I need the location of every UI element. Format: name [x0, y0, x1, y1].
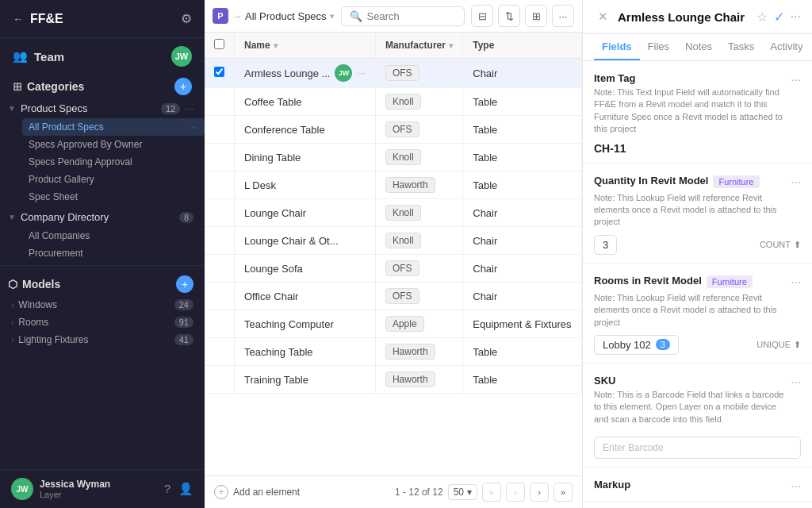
sidebar-item-windows[interactable]: › Windows 24 — [0, 296, 205, 314]
favorite-icon[interactable]: ☆ — [756, 10, 768, 25]
models-section: ⬡ Models + › Windows 24 › Rooms 91 — [0, 265, 205, 352]
rooms-revit-more-icon[interactable]: ··· — [791, 275, 801, 288]
markup-more-icon[interactable]: ··· — [791, 479, 801, 492]
sidebar-item-lighting[interactable]: › Lighting Fixtures 41 — [0, 331, 205, 348]
settings-icon[interactable]: ⚙ — [181, 11, 192, 26]
quantity-revit-more-icon[interactable]: ··· — [791, 175, 801, 188]
select-all-checkbox[interactable] — [214, 39, 224, 49]
breadcrumb-chevron-icon[interactable]: ▾ — [330, 11, 335, 21]
row-name: L Desk — [235, 171, 376, 199]
tab-notes[interactable]: Notes — [677, 34, 720, 60]
row-type: Table — [463, 116, 582, 144]
first-page-button[interactable]: « — [482, 483, 501, 502]
company-directory-badge: 8 — [179, 212, 193, 223]
view-button[interactable]: ⊞ — [525, 5, 547, 27]
row-manufacturer: Haworth — [375, 366, 462, 394]
sidebar-item-rooms[interactable]: › Rooms 91 — [0, 314, 205, 331]
row-more-icon[interactable]: ··· — [357, 67, 365, 79]
row-type: Table — [463, 171, 582, 199]
next-page-button[interactable]: › — [530, 483, 549, 502]
more-options-button[interactable]: ··· — [552, 5, 574, 27]
table-row[interactable]: Conference Table OFS Table — [205, 116, 582, 144]
name-column-header[interactable]: Name ▾ — [235, 33, 376, 59]
tab-activity[interactable]: Activity — [762, 34, 810, 60]
sort-button[interactable]: ⇅ — [498, 5, 520, 27]
table-row[interactable]: Armless Lounge ... JW ··· OFS Chair — [205, 59, 582, 88]
field-markup: Markup ··· — [583, 468, 812, 502]
sku-more-icon[interactable]: ··· — [791, 375, 801, 388]
windows-badge: 24 — [174, 299, 193, 310]
filter-button[interactable]: ⊟ — [471, 5, 493, 27]
all-specs-more-icon[interactable]: ··· — [189, 121, 197, 133]
table-row[interactable]: Coffee Table Knoll Table — [205, 88, 582, 116]
right-panel-header: ✕ Armless Lounge Chair ☆ ✓ ··· — [583, 0, 812, 34]
row-avatar: JW — [335, 64, 352, 82]
table-row[interactable]: Dining Table Knoll Table — [205, 144, 582, 171]
last-page-button[interactable]: » — [553, 483, 573, 502]
nav-sub-item-gallery[interactable]: Product Gallery — [22, 171, 205, 188]
user-profile-icon[interactable]: 👤 — [178, 482, 193, 496]
panel-title: Armless Lounge Chair — [618, 10, 745, 24]
item-tag-more-icon[interactable]: ··· — [791, 72, 801, 86]
prev-page-button[interactable]: ‹ — [506, 483, 525, 502]
panel-content: Item Tag Note: This Text Input Field wil… — [583, 61, 812, 508]
nav-sub-item-procurement[interactable]: Procurement — [22, 244, 205, 262]
row-manufacturer: Knoll — [375, 199, 462, 227]
nav-sub-item-all-companies[interactable]: All Companies — [22, 227, 205, 244]
nav-sub-item-pending[interactable]: Specs Pending Approval — [22, 153, 205, 171]
table-row[interactable]: Lounge Sofa OFS Chair — [205, 255, 582, 283]
chevron-right-icon: › — [11, 301, 13, 310]
add-model-button[interactable]: + — [176, 275, 193, 293]
back-arrow-icon[interactable]: ← — [13, 13, 24, 25]
table-header: Name ▾ Manufacturer ▾ Type — [205, 33, 582, 59]
nav-sub-item-all-product-specs[interactable]: All Product Specs ··· — [22, 118, 205, 136]
table-row[interactable]: Teaching Table Haworth Table — [205, 338, 582, 366]
nav-sub-item-spec-sheet[interactable]: Spec Sheet — [22, 188, 205, 206]
row-type: Table — [463, 338, 582, 366]
per-page-select[interactable]: 50 ▾ — [448, 484, 477, 500]
tab-fields[interactable]: Fields — [594, 34, 640, 60]
add-element-button[interactable]: + Add an element — [214, 485, 300, 499]
field-sku: SKU Note: This is a Barcode Field that l… — [583, 364, 812, 468]
search-input[interactable] — [367, 10, 456, 22]
row-manufacturer: Knoll — [375, 227, 462, 255]
company-directory-header[interactable]: ▼ Company Directory 8 — [0, 207, 205, 227]
panel-more-icon[interactable]: ··· — [791, 10, 801, 24]
table-container: Name ▾ Manufacturer ▾ Type — [205, 33, 582, 475]
row-name: Coffee Table — [235, 88, 376, 116]
tab-files[interactable]: Files — [640, 34, 677, 60]
name-sort-icon: ▾ — [274, 41, 278, 50]
table-row[interactable]: Training Table Haworth Table — [205, 366, 582, 394]
help-icon[interactable]: ? — [164, 482, 170, 496]
barcode-input[interactable] — [594, 437, 801, 459]
tab-tasks[interactable]: Tasks — [720, 34, 762, 60]
company-directory-label: Company Directory — [21, 211, 109, 223]
add-category-button[interactable]: + — [174, 78, 192, 95]
rooms-revit-description: Note: This Lookup Field will reference R… — [594, 292, 791, 329]
manufacturer-column-header[interactable]: Manufacturer ▾ — [375, 33, 462, 59]
quantity-revit-meta: COUNT ⬆ — [760, 240, 801, 250]
table-row[interactable]: Teaching Computer Apple Equipment & Fixt… — [205, 310, 582, 338]
lobby-tag[interactable]: Lobby 102 3 — [594, 335, 679, 355]
table-body: Armless Lounge ... JW ··· OFS Chair Coff… — [205, 59, 582, 394]
table-row[interactable]: Lounge Chair & Ot... Knoll Chair — [205, 227, 582, 255]
row-manufacturer: Haworth — [375, 338, 462, 366]
complete-icon[interactable]: ✓ — [774, 10, 784, 25]
sidebar-footer: JW Jessica Wyman Layer ? 👤 — [0, 469, 205, 508]
row-name: Training Table — [235, 366, 376, 394]
search-box[interactable]: 🔍 — [341, 6, 465, 26]
type-column-header[interactable]: Type — [463, 33, 582, 59]
row-checkbox[interactable] — [205, 59, 235, 88]
add-element-label: Add an element — [233, 487, 300, 498]
pagination-info: 1 - 12 of 12 — [395, 487, 443, 498]
close-panel-button[interactable]: ✕ — [594, 8, 611, 25]
markup-label: Markup — [594, 479, 630, 491]
table-row[interactable]: Office Chair OFS Chair — [205, 283, 582, 310]
rooms-revit-badge: Furniture — [707, 275, 753, 288]
table-row[interactable]: Lounge Chair Knoll Chair — [205, 199, 582, 227]
product-specs-badge: 12 — [161, 103, 180, 114]
nav-sub-item-approved[interactable]: Specs Approved By Owner — [22, 136, 205, 153]
product-specs-header[interactable]: ▼ Product Specs 12 ··· — [0, 98, 205, 118]
product-specs-more-icon[interactable]: ··· — [185, 102, 193, 114]
table-row[interactable]: L Desk Haworth Table — [205, 171, 582, 199]
